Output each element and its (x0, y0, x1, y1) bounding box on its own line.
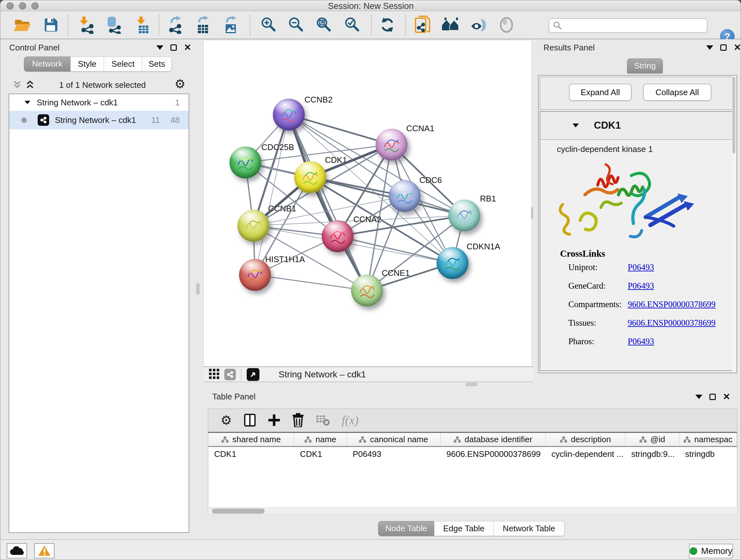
tab-style[interactable]: Style (71, 57, 104, 71)
gear-icon[interactable]: ⚙ (175, 77, 185, 91)
export-image-icon[interactable] (221, 15, 241, 35)
network-node-CDC6[interactable] (389, 180, 421, 212)
search-input[interactable] (562, 21, 696, 30)
collapse-all-tree-icon[interactable] (12, 79, 23, 90)
protein-ribbon-thumbnail (389, 180, 421, 212)
table-cell[interactable]: 9606.ENSP00000378699 (441, 447, 546, 461)
crosslink-link[interactable]: 9606.ENSP00000378699 (628, 318, 716, 328)
network-node-CCNA2[interactable] (322, 220, 354, 252)
network-edge-CCNA2-CDKN1A[interactable] (338, 236, 453, 263)
table-row[interactable]: CDK1CDK1P064939606.ENSP00000378699cyclin… (208, 447, 737, 461)
main-toolbar: ? (0, 11, 741, 39)
network-node-CDK1[interactable] (294, 161, 326, 193)
results-panel-close-icon[interactable]: ✕ (734, 44, 741, 51)
import-network-database-icon[interactable] (104, 15, 124, 35)
column-header-shared-name[interactable]: shared name (208, 433, 294, 446)
crosslink-link[interactable]: P06493 (628, 262, 654, 272)
toolbar-separator (158, 15, 159, 36)
show-columns-icon[interactable] (244, 414, 256, 427)
network-edge-CCNB2-HIST1H1A[interactable] (255, 115, 289, 275)
table-cell[interactable]: CDK1 (294, 447, 347, 461)
network-node-CCNA1[interactable] (376, 129, 408, 161)
table-cell[interactable]: stringdb:9... (625, 447, 679, 461)
network-node-CCNE1[interactable] (351, 274, 383, 307)
cloud-status-button[interactable] (7, 543, 27, 558)
entry-collapse-icon[interactable] (572, 124, 579, 128)
network-row-selected[interactable]: String Network – cdk1 11 48 (9, 111, 189, 129)
import-network-file-icon[interactable] (77, 15, 97, 35)
table-panel-menu-icon[interactable] (695, 395, 702, 399)
import-table-file-icon[interactable] (133, 15, 152, 35)
control-panel-menu-icon[interactable] (156, 45, 163, 50)
column-header-database-identifier[interactable]: database identifier (441, 433, 546, 446)
network-view-canvas[interactable]: CCNB2CCNA1CDC25BCDK1CDC6RB1CCNB1CCNA2CDK… (203, 40, 532, 367)
expand-all-tree-icon[interactable] (24, 79, 36, 90)
crosslink-link[interactable]: 9606.ENSP00000378699 (628, 300, 716, 309)
app-manager-icon[interactable] (413, 15, 432, 35)
tab-network[interactable]: Network (24, 57, 71, 71)
tab-network-table[interactable]: Network Table (494, 521, 564, 536)
network-node-CDC25B[interactable] (229, 146, 261, 179)
network-node-CCNB2[interactable] (273, 99, 305, 131)
table-horizontal-scrollbar[interactable] (208, 507, 738, 515)
tab-sets[interactable]: Sets (142, 57, 172, 71)
network-node-CDKN1A[interactable] (436, 247, 468, 279)
add-column-icon[interactable] (268, 414, 280, 427)
zoom-out-icon[interactable] (286, 15, 306, 35)
network-edge-HIST1H1A-CCNE1[interactable] (255, 275, 367, 291)
hide-graphics-details-icon[interactable] (469, 15, 488, 35)
refresh-layout-icon[interactable] (378, 15, 397, 35)
collapse-all-button[interactable]: Collapse All (643, 84, 711, 101)
control-panel-close-icon[interactable]: ✕ (184, 44, 191, 51)
detach-view-icon[interactable] (247, 368, 259, 381)
zoom-fit-icon[interactable] (314, 15, 333, 35)
export-table-icon[interactable] (194, 15, 213, 35)
title-bar: Session: New Session (0, 0, 741, 11)
table-cell[interactable]: P06493 (347, 447, 441, 461)
column-header-description[interactable]: description (546, 433, 625, 446)
results-scrollbar[interactable] (732, 76, 736, 372)
tab-string[interactable]: String (627, 58, 663, 73)
column-header-namespac[interactable]: namespac (679, 433, 737, 446)
results-panel-menu-icon[interactable] (706, 45, 713, 50)
home-icon[interactable] (441, 15, 461, 35)
table-cell[interactable]: cyclin-dependent ... (546, 447, 625, 461)
table-panel-close-icon[interactable]: ✕ (723, 394, 730, 400)
bottom-splitter-handle[interactable] (466, 383, 477, 386)
network-collection-row[interactable]: String Network – cdk1 1 (9, 94, 189, 111)
memory-button[interactable]: Memory (689, 544, 733, 558)
tab-node-table[interactable]: Node Table (378, 521, 434, 536)
table-panel-float-icon[interactable] (710, 394, 716, 400)
table-settings-gear-icon[interactable]: ⚙ (220, 413, 232, 428)
network-node-CCNB1[interactable] (238, 210, 269, 242)
network-overview-icon[interactable] (224, 369, 236, 380)
entry-header[interactable]: CDK1 (540, 112, 734, 140)
results-panel-float-icon[interactable] (720, 44, 727, 51)
column-header--id[interactable]: @id (625, 433, 679, 446)
zoom-in-icon[interactable] (259, 15, 278, 35)
zoom-selected-icon[interactable] (342, 15, 362, 35)
table-cell[interactable]: stringdb (679, 447, 737, 461)
collection-expand-icon[interactable] (24, 101, 30, 104)
show-graphics-level-icon[interactable] (496, 15, 516, 35)
expand-all-button[interactable]: Expand All (569, 84, 631, 101)
column-header-name[interactable]: name (294, 433, 347, 446)
network-node-RB1[interactable] (448, 199, 480, 232)
left-splitter-handle[interactable] (196, 283, 199, 295)
crosslink-link[interactable]: P06493 (628, 281, 654, 291)
birds-eye-view-icon[interactable] (208, 368, 220, 381)
tab-edge-table[interactable]: Edge Table (434, 521, 494, 536)
column-header-canonical-name[interactable]: canonical name (347, 433, 441, 446)
export-network-icon[interactable] (166, 15, 186, 35)
table-header-row: shared namenamecanonical namedatabase id… (208, 433, 737, 447)
table-cell[interactable]: CDK1 (208, 447, 294, 461)
open-session-icon[interactable] (12, 15, 32, 35)
delete-column-icon[interactable] (292, 413, 304, 427)
warning-status-button[interactable] (34, 543, 55, 558)
tab-select[interactable]: Select (104, 57, 142, 71)
function-builder-icon[interactable]: f(x) (342, 413, 359, 427)
control-panel-float-icon[interactable] (171, 44, 177, 51)
crosslink-link[interactable]: P06493 (628, 336, 654, 347)
delete-table-icon[interactable] (316, 414, 330, 426)
save-session-icon[interactable] (41, 15, 61, 35)
